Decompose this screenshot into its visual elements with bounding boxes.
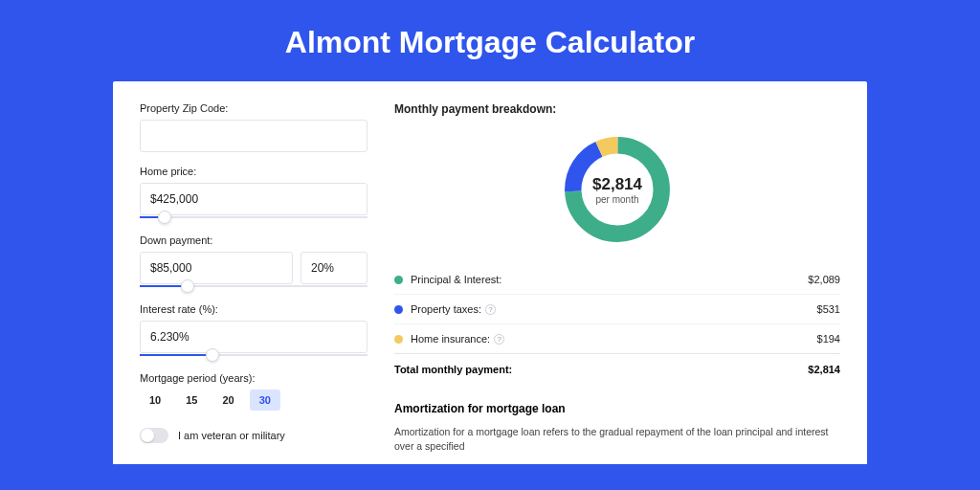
total-label: Total monthly payment: [394, 364, 808, 375]
period-options: 10152030 [140, 390, 368, 411]
amortization-section: Amortization for mortgage loan Amortizat… [394, 402, 840, 454]
veteran-toggle[interactable] [140, 428, 168, 443]
legend-label: Principal & Interest: [411, 274, 808, 285]
down-payment-slider[interactable] [140, 282, 368, 290]
down-payment-pct-input[interactable] [301, 252, 368, 284]
info-icon[interactable]: ? [494, 334, 504, 345]
donut-amount: $2,814 [592, 175, 642, 194]
interest-label: Interest rate (%): [140, 303, 368, 315]
breakdown-title: Monthly payment breakdown: [394, 102, 840, 116]
home-price-label: Home price: [140, 166, 368, 177]
interest-input[interactable] [140, 321, 368, 353]
page-title: Almont Mortgage Calculator [0, 0, 980, 81]
amortization-text: Amortization for a mortgage loan refers … [394, 425, 840, 454]
period-btn-10[interactable]: 10 [140, 390, 170, 411]
legend-dot-icon [394, 335, 403, 344]
period-label: Mortgage period (years): [140, 372, 368, 384]
legend-value: $2,089 [808, 274, 840, 285]
zip-label: Property Zip Code: [140, 102, 368, 114]
legend-label: Home insurance:? [411, 333, 817, 345]
legend: Principal & Interest:$2,089Property taxe… [394, 265, 840, 353]
legend-dot-icon [394, 305, 403, 314]
total-value: $2,814 [808, 364, 840, 375]
zip-input[interactable] [140, 120, 368, 152]
home-price-slider[interactable] [140, 213, 368, 221]
legend-row: Property taxes:?$531 [394, 295, 840, 324]
legend-row: Home insurance:?$194 [394, 324, 840, 353]
info-icon[interactable]: ? [485, 304, 496, 315]
interest-slider[interactable] [140, 351, 368, 359]
period-btn-30[interactable]: 30 [250, 390, 280, 411]
veteran-label: I am veteran or military [178, 430, 285, 441]
calculator-card: Property Zip Code: Home price: Down paym… [113, 81, 867, 464]
amortization-title: Amortization for mortgage loan [394, 402, 840, 415]
down-payment-input[interactable] [140, 252, 293, 284]
breakdown-panel: Monthly payment breakdown: $2,814 per mo… [394, 102, 840, 464]
home-price-input[interactable] [140, 183, 368, 215]
legend-dot-icon [394, 276, 403, 284]
legend-row: Principal & Interest:$2,089 [394, 265, 840, 295]
period-btn-15[interactable]: 15 [176, 390, 207, 411]
legend-label: Property taxes:? [411, 303, 817, 315]
legend-value: $531 [817, 303, 840, 315]
donut-chart: $2,814 per month [394, 125, 840, 265]
donut-sub: per month [595, 194, 638, 205]
down-payment-label: Down payment: [140, 234, 368, 246]
legend-value: $194 [817, 333, 840, 345]
period-btn-20[interactable]: 20 [213, 390, 244, 411]
input-panel: Property Zip Code: Home price: Down paym… [140, 102, 368, 464]
